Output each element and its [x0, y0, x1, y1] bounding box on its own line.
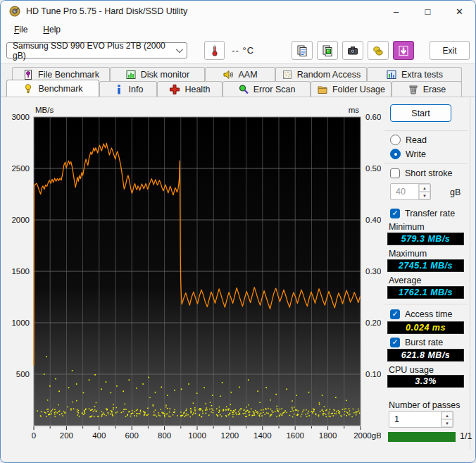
minimum-label: Minimum: [389, 222, 425, 232]
app-icon: [9, 6, 20, 17]
download-arrow-icon: [397, 44, 410, 57]
tab-error-scan[interactable]: Error Scan: [223, 81, 311, 97]
separator: [384, 304, 468, 304]
average-label: Average: [389, 276, 421, 285]
short-stroke-spinner[interactable]: 40 ▲▼: [390, 183, 431, 200]
svg-text:0.50: 0.50: [365, 164, 381, 173]
minimize-button[interactable]: –: [380, 1, 412, 22]
access-time-value: 0.024 ms: [387, 321, 464, 334]
svg-text:0.10: 0.10: [365, 370, 381, 378]
spin-down-icon: ▼: [441, 419, 453, 427]
toolbar: Samsung SSD 990 EVO Plus 2TB (2000 gB) -…: [1, 37, 475, 64]
temperature-value: -- °C: [232, 45, 268, 56]
separator: [384, 130, 468, 131]
spinner-arrows[interactable]: ▲▼: [418, 184, 430, 199]
maximum-value: 2745.1 MB/s: [387, 259, 464, 272]
write-radio-row[interactable]: Write: [390, 149, 426, 159]
file-benchmark-icon: [23, 69, 34, 80]
svg-text:400: 400: [92, 431, 106, 440]
magnifier-icon: [238, 84, 249, 95]
menu-help[interactable]: Help: [37, 23, 67, 36]
transfer-rate-checkbox[interactable]: [390, 209, 400, 218]
tab-health[interactable]: Health: [157, 81, 223, 97]
burst-rate-row[interactable]: Burst rate: [390, 338, 443, 347]
spin-down-icon: ▼: [419, 192, 430, 199]
pass-progress-bar: [388, 432, 456, 442]
svg-text:800: 800: [158, 431, 171, 440]
svg-text:3000: 3000: [11, 113, 30, 121]
burst-rate-value: 621.8 MB/s: [387, 349, 464, 362]
tab-extra-tests[interactable]: Extra tests: [367, 67, 462, 82]
thermometer-icon: [208, 44, 221, 57]
exit-button[interactable]: Exit: [430, 41, 470, 60]
access-time-checkbox[interactable]: [390, 309, 400, 319]
tab-strip: File Benchmark Disk monitor AAM: [1, 64, 475, 97]
svg-text:2000gB: 2000gB: [353, 431, 381, 440]
camera-icon: [346, 44, 359, 57]
spinner-arrows[interactable]: ▲▼: [441, 412, 453, 427]
passes-spinner[interactable]: 1 ▲▼: [389, 411, 453, 428]
save-screenshot-button[interactable]: [342, 41, 363, 60]
transfer-rate-row[interactable]: Transfer rate: [390, 209, 455, 218]
pass-progress-fill: [388, 432, 456, 442]
read-radio[interactable]: [390, 135, 401, 145]
tab-disk-monitor[interactable]: Disk monitor: [110, 67, 205, 82]
speaker-icon: [223, 69, 234, 80]
benchmark-icon: [23, 83, 34, 94]
pass-progress-text: 1/1: [460, 431, 472, 441]
drive-select-dropdown[interactable]: Samsung SSD 990 EVO Plus 2TB (2000 gB): [6, 42, 187, 58]
average-value: 1762.1 MB/s: [387, 286, 464, 299]
read-radio-row[interactable]: Read: [390, 135, 427, 145]
svg-text:1600: 1600: [286, 431, 304, 440]
write-radio[interactable]: [390, 149, 401, 159]
burst-rate-checkbox[interactable]: [390, 338, 400, 347]
svg-text:500: 500: [16, 370, 30, 378]
benchmark-page: 300025002000150010005000.600.500.400.300…: [1, 97, 475, 461]
temperature-button[interactable]: [204, 41, 225, 60]
info-icon: [113, 84, 125, 95]
drive-select-value: Samsung SSD 990 EVO Plus 2TB (2000 gB): [13, 41, 176, 61]
trash-icon: [408, 84, 419, 95]
short-stroke-row[interactable]: Short stroke: [390, 168, 452, 178]
svg-text:2500: 2500: [11, 164, 30, 173]
passes-value: 1: [389, 412, 441, 427]
copy-text-icon: [296, 44, 308, 57]
separator: [384, 163, 468, 163]
copy-screenshot-button[interactable]: [317, 41, 338, 60]
maximize-button[interactable]: □: [412, 1, 444, 22]
svg-text:600: 600: [125, 431, 139, 440]
submit-results-button[interactable]: [368, 41, 389, 60]
menu-file[interactable]: File: [8, 23, 34, 36]
copy-image-icon: [321, 44, 334, 57]
page-edge-line: [470, 97, 470, 450]
download-results-button[interactable]: [393, 41, 414, 60]
window-title: HD Tune Pro 5.75 - Hard Disk/SSD Utility: [26, 6, 187, 16]
svg-text:0.20: 0.20: [365, 319, 381, 327]
copy-info-button[interactable]: [292, 41, 313, 60]
tab-aam[interactable]: AAM: [205, 67, 275, 82]
tab-folder-usage[interactable]: Folder Usage: [311, 81, 392, 97]
short-stroke-value: 40: [391, 184, 418, 199]
tab-random-access[interactable]: Random Access: [275, 67, 367, 82]
short-stroke-checkbox[interactable]: [390, 168, 400, 178]
app-window: HD Tune Pro 5.75 - Hard Disk/SSD Utility…: [0, 0, 476, 463]
svg-text:1400: 1400: [253, 431, 272, 440]
extra-tests-icon: [386, 69, 397, 80]
close-button[interactable]: ✕: [444, 1, 475, 22]
start-button[interactable]: Start: [390, 104, 451, 122]
svg-text:0: 0: [32, 431, 36, 440]
health-cross-icon: [169, 84, 180, 95]
cpu-usage-label: CPU usage: [389, 365, 434, 375]
tab-benchmark[interactable]: Benchmark: [6, 80, 99, 97]
maximum-label: Maximum: [389, 249, 427, 259]
svg-text:0.60: 0.60: [365, 113, 381, 121]
svg-text:1000: 1000: [188, 431, 206, 440]
svg-text:0.40: 0.40: [365, 216, 381, 224]
svg-text:1800: 1800: [319, 431, 337, 440]
svg-text:1200: 1200: [221, 431, 239, 440]
disk-monitor-icon: [125, 69, 137, 80]
tab-row-lower: Benchmark Info Health Err: [1, 81, 475, 97]
tab-info[interactable]: Info: [99, 81, 157, 97]
access-time-row[interactable]: Access time: [390, 309, 452, 319]
tab-erase[interactable]: Erase: [392, 81, 462, 97]
